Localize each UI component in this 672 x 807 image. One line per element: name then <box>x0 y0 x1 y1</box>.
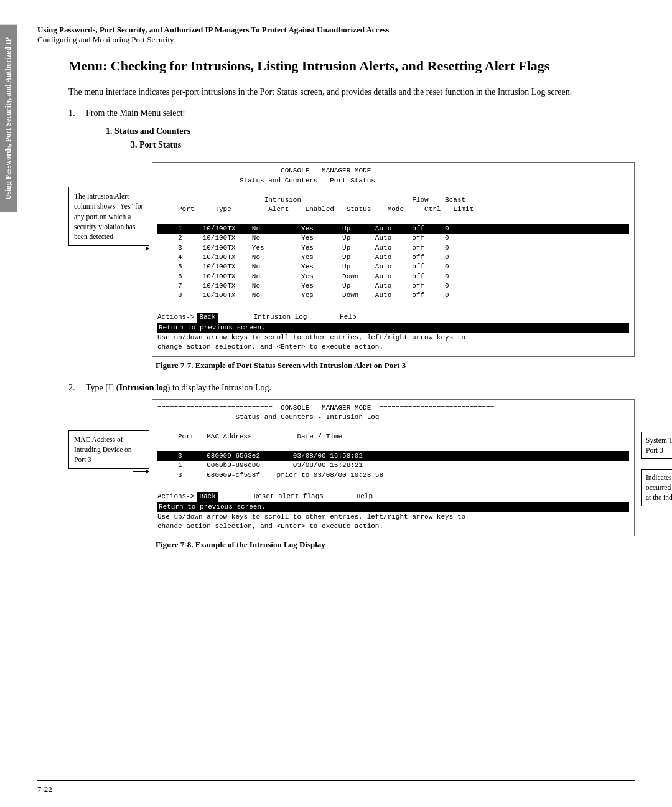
console1-divider: ---- ---------- --------- ------- ------… <box>157 214 629 224</box>
figure1-row: The Intrusion Alert column shows "Yes" f… <box>68 162 635 356</box>
console2-row: 3 080009-cf558f prior to 03/08/00 10:28:… <box>157 471 629 480</box>
console2-rows: 3 080009-6563e2 03/08/00 16:58:02 1 0060… <box>157 451 629 480</box>
console2-help2: change action selection, and <Enter> to … <box>157 522 629 531</box>
console1-row: 4 10/100TX No Yes Up Auto off 0 <box>157 253 629 262</box>
page-footer: 7-22 <box>37 780 635 795</box>
console1-rows: 1 10/100TX No Yes Up Auto off 0 2 10/100… <box>157 224 629 301</box>
step2-num: 2. <box>68 383 81 393</box>
console1-subtitle: Status and Counters - Port Status <box>157 176 629 186</box>
figure2-caption: Figure 7-8. Example of the Intrusion Log… <box>156 540 635 550</box>
step1-num: 1. <box>68 108 81 118</box>
console1-blank2 <box>157 301 629 310</box>
sub-list-line1: 1. Status and Counters <box>106 125 635 138</box>
console1-row: 8 10/100TX No Yes Down Auto off 0 <box>157 291 629 300</box>
header-bold: Using Passwords, Port Security, and Auth… <box>37 25 635 35</box>
console2-row: 1 0060b0-896e00 03/08/00 15:28:21 <box>157 461 629 470</box>
console1-blank <box>157 186 629 195</box>
figure2-wrapper: MAC Address of Intruding Device on Port … <box>68 399 635 536</box>
console1-row: 7 10/100TX No Yes Up Auto off 0 <box>157 281 629 291</box>
console2-header1: Port MAC Address Date / Time <box>157 432 629 441</box>
console1-actions-prefix: Actions-> <box>157 313 194 322</box>
step1: 1. From the Main Menu select: <box>68 108 635 118</box>
console1-back-btn[interactable]: Back <box>197 313 218 322</box>
console1-row: 3 10/100TX Yes Yes Up Auto off 0 <box>157 243 629 253</box>
console2-divider: ---- --------------- ------------------ <box>157 441 629 451</box>
figure2-row: MAC Address of Intruding Device on Port … <box>68 399 635 536</box>
console1-row: 2 10/100TX No Yes Up Auto off 0 <box>157 234 629 243</box>
page-wrapper: Using Passwords, Port Security, and Auth… <box>0 0 672 587</box>
sub-list: 1. Status and Counters 3. Port Status <box>106 125 635 153</box>
page-header: Using Passwords, Port Security, and Auth… <box>37 25 635 45</box>
console2-back-btn[interactable]: Back <box>197 492 218 501</box>
side-label: Using Passwords, Port Security, and Auth… <box>0 25 17 212</box>
console2-status: Return to previous screen. <box>157 502 629 512</box>
console2-row: 3 080009-6563e2 03/08/00 16:58:02 <box>157 451 629 461</box>
console2-blank2 <box>157 480 629 489</box>
console2-title: ============================- CONSOLE - … <box>157 404 629 413</box>
console1-row: 5 10/100TX No Yes Up Auto off 0 <box>157 262 629 271</box>
console1-help1: Use up/down arrow keys to scroll to othe… <box>157 333 629 342</box>
step1-text: From the Main Menu select: <box>86 108 185 118</box>
main-content: Menu: Checking for Intrusions, Listing I… <box>68 57 635 550</box>
console2-wrapper: ============================- CONSOLE - … <box>152 399 635 536</box>
console1-title: ============================- CONSOLE - … <box>157 166 629 176</box>
step2: 2. Type [I] (Intrusion log) to display t… <box>68 383 635 393</box>
section-heading: Menu: Checking for Intrusions, Listing I… <box>68 57 635 75</box>
console2-blank <box>157 423 629 432</box>
console1-row: 6 10/100TX No Yes Down Auto off 0 <box>157 272 629 281</box>
console1-action-rest: Intrusion log Help <box>221 313 357 322</box>
annotation1-box: The Intrusion Alert column shows "Yes" f… <box>68 187 149 245</box>
console2-action-rest: Reset alert flags Help <box>221 492 373 501</box>
console1-row: 1 10/100TX No Yes Up Auto off 0 <box>157 224 629 234</box>
sub-list-line2: 3. Port Status <box>131 138 635 152</box>
console2-actions: Actions-> Back Reset alert flags Help <box>157 492 629 501</box>
console2-subtitle: Status and Counters - Intrusion Log <box>157 413 629 422</box>
figure1-caption: Figure 7-7. Example of Port Status Scree… <box>156 361 635 370</box>
console1-help2: change action selection, and <Enter> to … <box>157 342 629 352</box>
header-sub: Configuring and Monitoring Port Security <box>37 35 635 45</box>
console2-actions-prefix: Actions-> <box>157 492 194 501</box>
step2-text: Type [I] (Intrusion log) to display the … <box>86 383 271 393</box>
console2: ============================- CONSOLE - … <box>152 399 635 536</box>
console1-actions: Actions-> Back Intrusion log Help <box>157 313 629 322</box>
console1-status: Return to previous screen. <box>157 323 629 333</box>
console2-help1: Use up/down arrow keys to scroll to othe… <box>157 512 629 522</box>
callout-right2: Indicates this intrusion on port 3 occur… <box>641 469 672 506</box>
console1: ============================- CONSOLE - … <box>152 162 635 356</box>
footer-page-number: 7-22 <box>37 785 52 795</box>
annotation2-box: MAC Address of Intruding Device on Port … <box>68 430 149 469</box>
callout-right1: System Time of Intrusion on Port 3 <box>641 432 672 459</box>
console1-header1: Intrusion Flow Bcast <box>157 196 629 205</box>
intro-paragraph: The menu interface indicates per-port in… <box>68 85 635 98</box>
console1-header2: Port Type Alert Enabled Status Mode Ctrl… <box>157 205 629 214</box>
